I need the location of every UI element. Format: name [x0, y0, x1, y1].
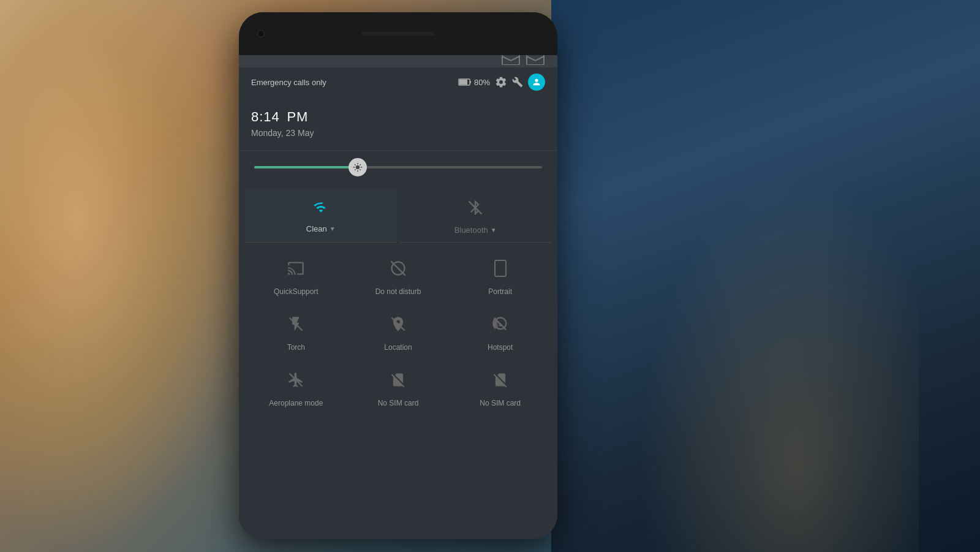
hotspot-label: Hotspot [488, 343, 513, 352]
speaker [361, 32, 435, 36]
svg-rect-1 [527, 54, 544, 65]
location-tile[interactable]: Location [347, 304, 450, 360]
portrait-tile[interactable]: Portrait [449, 249, 551, 304]
no-sim-1-label: No SIM card [378, 399, 419, 407]
no-sim-2-svg [492, 371, 509, 388]
dnd-icon [390, 260, 407, 281]
portrait-icon-el [494, 260, 507, 281]
hand-area [612, 123, 919, 552]
date-display: Monday, 23 May [251, 128, 545, 138]
torch-label: Torch [287, 343, 305, 352]
phone-device: Emergency calls only 80% [239, 12, 557, 539]
airplane-svg [287, 371, 304, 388]
no-sim-1-icon [390, 371, 407, 393]
svg-rect-4 [470, 81, 471, 83]
quicksupport-icon [287, 260, 304, 281]
no-sim-2-icon [492, 371, 509, 393]
no-sim-2-tile[interactable]: No SIM card [449, 360, 551, 416]
torch-tile[interactable]: Torch [245, 304, 347, 360]
portrait-svg [494, 260, 507, 277]
brightness-track[interactable] [254, 166, 542, 168]
portrait-label: Portrait [488, 287, 512, 296]
emergency-text: Emergency calls only [251, 78, 326, 87]
time-display: 8:14 PM [251, 100, 545, 127]
svg-rect-0 [502, 54, 519, 65]
time-value: 8:14 [251, 109, 280, 124]
battery-indicator: 80% [458, 78, 490, 87]
torch-icon [287, 316, 304, 337]
sensor [532, 30, 539, 37]
hotspot-svg [492, 316, 509, 333]
brightness-thumb[interactable] [349, 158, 367, 176]
status-bar: Emergency calls only 80% [239, 67, 557, 96]
battery-percent: 80% [474, 78, 490, 87]
torch-svg [287, 316, 304, 333]
quick-settings: Clean ▼ Bluetooth ▼ [239, 184, 557, 422]
hotspot-icon [492, 316, 509, 337]
person-icon [532, 77, 541, 87]
no-sim-1-svg [390, 371, 407, 388]
brightness-fill [254, 166, 364, 168]
bluetooth-toggle[interactable]: Bluetooth ▼ [400, 190, 552, 243]
wifi-icon [312, 199, 330, 219]
front-camera [257, 30, 265, 37]
wifi-label: Clean ▼ [306, 224, 336, 233]
background-left [0, 0, 257, 552]
aeroplane-tile[interactable]: Aeroplane mode [245, 360, 347, 416]
bluetooth-icon [467, 199, 484, 221]
location-icon [390, 316, 407, 337]
quicksupport-label: QuickSupport [274, 287, 318, 296]
user-avatar[interactable] [528, 74, 545, 91]
toggle-row: Clean ▼ Bluetooth ▼ [239, 187, 557, 246]
time-section: 8:14 PM Monday, 23 May [239, 96, 557, 150]
wifi-svg [312, 199, 330, 215]
do-not-disturb-tile[interactable]: Do not disturb [347, 249, 450, 304]
notification-shade: Emergency calls only 80% [239, 49, 557, 539]
brightness-section [239, 150, 557, 184]
dnd-label: Do not disturb [375, 287, 421, 296]
tiles-grid: QuickSupport Do not disturb [239, 246, 557, 419]
wifi-dropdown-arrow[interactable]: ▼ [330, 225, 336, 232]
brightness-icon [353, 162, 363, 172]
battery-icon [458, 78, 472, 86]
bluetooth-svg [467, 199, 484, 216]
phone-physical-top [239, 12, 557, 55]
no-sim-2-label: No SIM card [480, 399, 521, 407]
aeroplane-label: Aeroplane mode [269, 399, 323, 407]
svg-rect-6 [495, 260, 506, 276]
settings-icon[interactable] [495, 76, 507, 88]
wrench-icon [512, 77, 523, 88]
hotspot-tile[interactable]: Hotspot [449, 304, 551, 360]
location-label: Location [384, 343, 412, 352]
airplane-icon [287, 371, 304, 393]
cast-icon [287, 260, 304, 277]
bluetooth-dropdown-arrow[interactable]: ▼ [491, 227, 497, 233]
wifi-toggle[interactable]: Clean ▼ [245, 190, 397, 243]
bluetooth-label: Bluetooth ▼ [454, 225, 497, 235]
status-right-icons: 80% [458, 74, 545, 91]
svg-rect-3 [459, 80, 467, 85]
quicksupport-tile[interactable]: QuickSupport [245, 249, 347, 304]
dnd-svg [390, 260, 407, 277]
location-svg [390, 316, 407, 333]
time-period: PM [287, 109, 308, 124]
no-sim-1-tile[interactable]: No SIM card [347, 360, 450, 416]
